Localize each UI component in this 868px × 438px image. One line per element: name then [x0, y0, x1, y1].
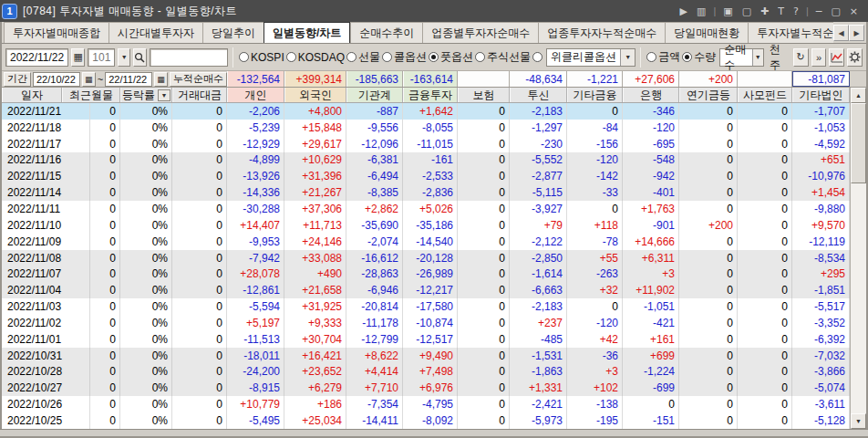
value-cell: -2,877: [510, 168, 567, 184]
value-cell: 0: [679, 234, 738, 250]
pin-icon[interactable]: ✚: [756, 5, 773, 17]
table-row[interactable]: 2022/10/3100%0-18,011+16,421+8,622+9,490…: [2, 348, 850, 364]
table-row[interactable]: 2022/11/1800%0-5,239+15,848-9,556-8,0550…: [2, 120, 850, 136]
table-row[interactable]: 2022/10/2500%0-5,495+25,034-14,411-8,092…: [2, 412, 850, 429]
value-cell: -151: [623, 412, 679, 429]
close-icon[interactable]: ×: [845, 5, 863, 17]
vertical-scrollbar[interactable]: ▲ ▼: [850, 88, 866, 429]
app-window: 1 [0784] 투자자별 매매동향 - 일별동향/차트 ▶▥|▣▢✚T?|─▢…: [0, 0, 868, 438]
table-row[interactable]: 2022/11/0400%0-12,861+21,658-6,946-12,21…: [2, 282, 850, 298]
value-cell: +11,902: [623, 282, 679, 298]
table-row[interactable]: 2022/11/1400%0-14,336+21,267-8,385-2,836…: [2, 184, 850, 201]
tab-scroll-left-icon[interactable]: ◀: [833, 25, 849, 41]
market-radio-4[interactable]: 콜옵션: [382, 49, 427, 65]
market-radio-2[interactable]: KOSDAQ: [286, 51, 345, 64]
minimize-icon[interactable]: ─: [811, 5, 827, 17]
netbuy-dropdown[interactable]: 순매수 ▼: [719, 48, 764, 67]
calendar-icon[interactable]: ▦: [82, 72, 96, 87]
symbol-search-input[interactable]: [150, 48, 228, 67]
value-cell: 0: [458, 152, 510, 169]
tab-4[interactable]: 일별동향/차트: [264, 22, 350, 43]
tab-5[interactable]: 순매수추이: [350, 22, 422, 43]
value-cell: 0: [738, 315, 792, 331]
scrollbar-thumb[interactable]: [851, 103, 866, 183]
play-icon[interactable]: ▶: [676, 5, 692, 17]
table-row[interactable]: 2022/11/0700%0+28,078+490-28,863-26,9890…: [2, 266, 850, 282]
chart-icon[interactable]: [829, 48, 844, 67]
screen-code-dropdown-icon[interactable]: ▼: [118, 48, 130, 67]
tab-8[interactable]: 당일매매현황: [665, 22, 748, 43]
table-row[interactable]: 2022/11/2100%0-2,206+4,800-887+1,6420-2,…: [2, 103, 850, 120]
period-from-field[interactable]: 22/10/22: [33, 72, 80, 87]
date-cell: 2022/11/04: [2, 282, 90, 298]
value-cell: +2,862: [346, 201, 403, 217]
table-row[interactable]: 2022/11/1100%0-30,288+37,306+2,862+5,026…: [2, 201, 850, 217]
table-row[interactable]: 2022/11/1500%0-13,926+31,396-6,494-2,533…: [2, 168, 850, 184]
calendar-icon[interactable]: ▦: [71, 48, 85, 67]
refresh-icon[interactable]: ↻: [793, 48, 809, 67]
maximize-icon[interactable]: ▢: [826, 5, 844, 17]
scroll-up-icon[interactable]: ▲: [851, 88, 866, 103]
sort-dropdown-icon[interactable]: ▼: [158, 89, 170, 101]
table-row[interactable]: 2022/10/2600%0+10,779+186-7,354-4,7950-2…: [2, 396, 850, 412]
table-row[interactable]: 2022/11/1600%0-4,899+10,629-6,381-1610-5…: [2, 152, 850, 169]
duplicate-window-icon[interactable]: ▢: [738, 5, 756, 17]
trade-date-field[interactable]: 2022/11/22: [5, 48, 68, 67]
help-icon[interactable]: ?: [789, 5, 803, 17]
tab-9[interactable]: 투자자별누적순매수: [748, 22, 833, 43]
date-cell: 2022/10/31: [2, 348, 90, 364]
screen-code-field[interactable]: 101: [88, 48, 115, 67]
amount-radio-1[interactable]: 금액: [646, 49, 680, 65]
table-row[interactable]: 2022/11/0300%0-5,594+31,925-20,814-17,58…: [2, 298, 850, 315]
monitor-icon[interactable]: ▥: [692, 5, 710, 17]
tab-2[interactable]: 시간대별투자자: [108, 22, 202, 43]
value-cell: -26,989: [403, 266, 458, 282]
font-icon[interactable]: T: [773, 5, 789, 17]
tab-1[interactable]: 투자자별매매종합: [4, 22, 108, 43]
restore-window-icon[interactable]: ▣: [718, 5, 737, 17]
value-cell: 0: [458, 282, 510, 298]
weekly-option-dropdown[interactable]: 위클리콜옵션 ▼: [546, 48, 636, 67]
table-row[interactable]: 2022/11/0100%0-11,513+30,704-12,799-12,5…: [2, 331, 850, 348]
scrollbar-track[interactable]: [851, 103, 866, 413]
col-header-13: 연기금등: [679, 88, 738, 102]
weekly-option-value: 위클리콜옵션: [551, 49, 616, 65]
tab-7[interactable]: 업종투자자누적순매수: [538, 22, 665, 43]
amount-radio-2[interactable]: 수량: [682, 49, 716, 65]
value-cell: 0: [172, 120, 227, 136]
value-cell: +23,652: [284, 364, 346, 381]
window-title: [0784] 투자자별 매매동향 - 일별동향/차트: [23, 4, 237, 19]
value-cell: 0: [172, 331, 227, 348]
value-cell: -5,552: [510, 152, 567, 169]
search-icon[interactable]: [133, 48, 147, 67]
market-radio-5[interactable]: 풋옵션: [429, 49, 473, 65]
value-cell: +33,088: [284, 250, 346, 266]
gear-icon[interactable]: [847, 48, 863, 67]
value-cell: -5,115: [510, 184, 567, 201]
table-row[interactable]: 2022/11/1000%0+14,407+11,713-35,690-35,1…: [2, 217, 850, 234]
value-cell: +118: [567, 217, 623, 234]
table-row[interactable]: 2022/11/0200%0+5,197+9,333-11,178-10,874…: [2, 315, 850, 331]
table-row[interactable]: 2022/10/2700%0-8,915+6,279+7,710+6,9760+…: [2, 380, 850, 396]
market-radio-7[interactable]: [532, 52, 542, 62]
market-radio-3[interactable]: 선물: [346, 49, 380, 65]
table-row[interactable]: 2022/11/1700%0-12,929+29,617-12,096-11,0…: [2, 136, 850, 152]
table-row[interactable]: 2022/11/0900%0-9,953+24,146-2,074-14,540…: [2, 234, 850, 250]
tab-scroll-right-icon[interactable]: ▶: [849, 25, 864, 41]
data-grid: 일자최근월물등락률▼거래대금개인외국인기관계금융투자보험투신기타금융은행연기금등…: [2, 88, 866, 429]
period-to-field[interactable]: 22/11/22: [105, 72, 152, 87]
value-cell: 0: [679, 168, 738, 184]
tab-6[interactable]: 업종별투자자순매수: [422, 22, 538, 43]
expand-icon[interactable]: »: [811, 48, 827, 67]
calendar-icon[interactable]: ▦: [154, 72, 168, 87]
table-row[interactable]: 2022/10/2800%0-24,200+23,652+4,414+7,498…: [2, 364, 850, 381]
market-radio-1[interactable]: KOSPI: [239, 51, 284, 64]
market-radio-6[interactable]: 주식선물: [475, 49, 531, 65]
value-cell: +14,666: [623, 234, 679, 250]
table-row[interactable]: 2022/11/0800%0-7,942+33,088-16,612-20,12…: [2, 250, 850, 266]
value-cell: -12,217: [403, 282, 458, 298]
scroll-down-icon[interactable]: ▼: [851, 413, 866, 429]
tab-3[interactable]: 당일추이: [202, 22, 264, 43]
cumulative-cell-7: -1,221: [567, 71, 623, 87]
value-cell: -5,973: [510, 412, 567, 429]
